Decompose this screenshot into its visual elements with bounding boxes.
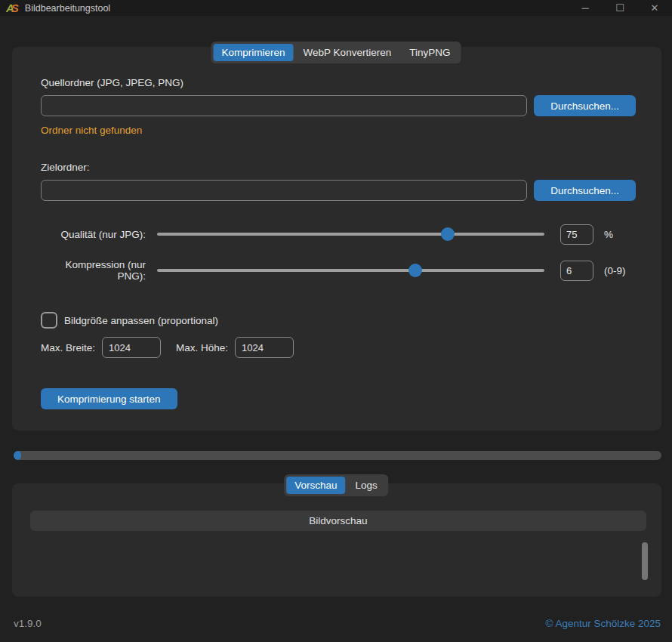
compress-panel: Quellordner (JPG, JPEG, PNG) Durchsuchen… xyxy=(12,47,661,431)
progress-bar-fill xyxy=(14,451,21,460)
preview-panel: Bildvorschau xyxy=(12,483,661,597)
tab-komprimieren[interactable]: Komprimieren xyxy=(214,44,294,61)
quality-label: Qualität (nur JPG): xyxy=(41,229,146,240)
minimize-icon[interactable]: ─ xyxy=(568,0,603,16)
max-width-label: Max. Breite: xyxy=(41,342,95,353)
app-logo-icon: A S xyxy=(6,2,19,14)
maximize-icon[interactable]: ☐ xyxy=(603,0,637,16)
tab-logs[interactable]: Logs xyxy=(347,477,386,494)
copyright-link[interactable]: © Agentur Schölzke 2025 xyxy=(545,618,661,629)
quality-slider-track[interactable] xyxy=(157,233,544,236)
target-folder-label: Zielordner: xyxy=(41,162,636,173)
quality-value-input[interactable] xyxy=(560,224,593,245)
start-compression-button[interactable]: Komprimierung starten xyxy=(41,388,177,409)
source-browse-button[interactable]: Durchsuchen... xyxy=(534,95,636,116)
compression-slider[interactable] xyxy=(157,264,544,277)
quality-slider-handle[interactable] xyxy=(441,227,455,241)
source-folder-label: Quellordner (JPG, JPEG, PNG) xyxy=(41,77,636,88)
source-folder-error: Ordner nicht gefunden xyxy=(41,125,636,136)
compression-slider-track[interactable] xyxy=(157,269,544,272)
version-label: v1.9.0 xyxy=(14,618,42,629)
preview-scrollbar[interactable] xyxy=(642,542,648,580)
window-title: Bildbearbeitungstool xyxy=(25,3,110,14)
quality-slider[interactable] xyxy=(157,227,544,241)
tab-webp-konvertieren[interactable]: WebP Konvertieren xyxy=(295,44,400,61)
resize-checkbox[interactable] xyxy=(41,312,57,329)
app-window: A S Bildbearbeitungstool ─ ☐ ✕ Komprimie… xyxy=(0,0,672,642)
tab-vorschau[interactable]: Vorschau xyxy=(286,477,345,494)
preview-tab-bar: Vorschau Logs xyxy=(284,474,388,496)
target-browse-button[interactable]: Durchsuchen... xyxy=(534,180,636,201)
window-controls: ─ ☐ ✕ xyxy=(568,0,672,16)
quality-unit-label: % xyxy=(604,229,636,240)
target-folder-input[interactable] xyxy=(41,180,527,201)
titlebar: A S Bildbearbeitungstool ─ ☐ ✕ xyxy=(0,0,672,16)
progress-bar xyxy=(14,451,661,460)
logo-letter-s: S xyxy=(11,2,19,14)
compression-label: Kompression (nur PNG): xyxy=(41,259,146,282)
tab-tinypng[interactable]: TinyPNG xyxy=(401,44,458,61)
preview-header: Bildvorschau xyxy=(30,511,646,531)
max-height-input[interactable] xyxy=(235,337,294,358)
compression-value-input[interactable] xyxy=(560,261,593,281)
footer: v1.9.0 © Agentur Schölzke 2025 xyxy=(14,618,661,629)
compression-slider-handle[interactable] xyxy=(408,264,422,277)
max-height-label: Max. Höhe: xyxy=(176,342,228,353)
resize-checkbox-label: Bildgröße anpassen (proportional) xyxy=(64,315,218,326)
max-width-input[interactable] xyxy=(102,337,161,358)
close-icon[interactable]: ✕ xyxy=(637,0,672,16)
source-folder-input[interactable] xyxy=(41,95,527,116)
main-tab-bar: Komprimieren WebP Konvertieren TinyPNG xyxy=(211,42,461,63)
compression-unit-label: (0-9) xyxy=(604,265,636,276)
